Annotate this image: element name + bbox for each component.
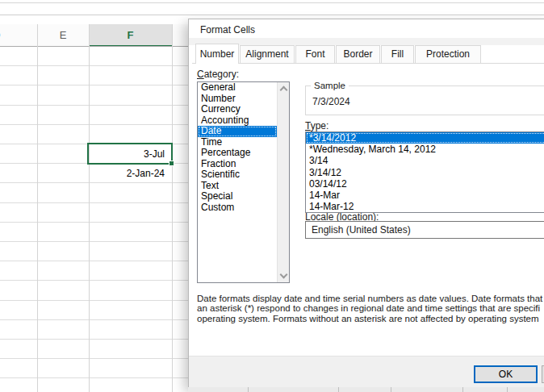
category-item[interactable]: Date [198,126,277,137]
dialog-tab-strip: NumberAlignmentFontBorderFillProtection [195,44,534,64]
category-item[interactable]: Accounting [198,115,277,127]
dialog-tab[interactable]: Protection [415,45,481,63]
category-item[interactable]: Special [198,191,277,202]
category-item[interactable]: Custom [198,202,277,214]
sample-group-label: Sample [311,81,349,90]
grid-column-line [37,24,38,392]
type-item[interactable]: *Wednesday, March 14, 2012 [306,144,544,155]
cell-f-date-value-2[interactable]: 2-Jan-24 [89,164,169,183]
tab-page-border [192,63,544,64]
category-item[interactable]: Text [198,181,277,192]
dialog-bottom-shadow-strip [188,387,544,392]
dialog-tab[interactable]: Fill [381,45,414,63]
ok-button[interactable]: OK [474,365,538,383]
sample-value: 7/3/2024 [312,96,350,107]
type-listbox[interactable]: *3/14/2012*Wednesday, March 14, 20123/14… [305,131,544,213]
excel-screen: { "spreadsheet": { "column_headers": ["D… [0,0,544,392]
dialog-tab[interactable]: Font [295,45,335,63]
scroll-up-icon[interactable] [280,86,288,94]
grid-column-line [172,24,173,392]
description-line: operating system. Formats without an ast… [197,314,544,323]
description-line: Date formats display date and time seria… [197,294,544,303]
sample-group: Sample 7/3/2024 [305,85,544,115]
type-item[interactable]: 3/14/12 [306,167,544,178]
dialog-footer: OK [189,356,544,387]
dialog-tab[interactable]: Border [336,45,380,63]
fill-handle[interactable] [169,161,174,166]
locale-combobox[interactable]: English (United States) [305,221,544,239]
category-scrollbar[interactable] [277,82,289,282]
formula-bar-bottom-divider [0,15,544,15]
category-item[interactable]: Currency [198,104,277,115]
type-item[interactable]: 03/14/12 [306,178,544,190]
dialog-tab[interactable]: Alignment [240,45,295,63]
worksheet-grid[interactable] [0,47,188,392]
type-item[interactable]: 14-Mar [306,190,544,201]
column-header-row: D E F [0,24,188,47]
dialog-tab[interactable]: Number [195,44,239,64]
category-items: GeneralNumberCurrencyAccountingDateTimeP… [198,82,289,213]
type-label: Type: [305,120,328,131]
category-item[interactable]: Fraction [198,159,277,170]
scroll-down-icon[interactable] [280,271,288,279]
category-item[interactable]: Number [198,94,277,105]
format-description: Date formats display date and time seria… [197,294,544,323]
description-line: an asterisk (*) respond to changes in re… [197,303,544,313]
grid-column-line [89,24,90,392]
column-header-d[interactable]: D [0,24,37,47]
type-item[interactable]: *3/14/2012 [306,132,544,144]
active-cell-selection-border[interactable] [87,143,173,165]
category-item[interactable]: Time [198,137,277,148]
category-label: Category: [197,69,239,80]
column-header-f-selected[interactable]: F [89,24,172,47]
dialog-title: Format Cells [200,24,255,35]
category-item[interactable]: Scientific [198,169,277,181]
column-header-e[interactable]: E [37,24,89,47]
format-cells-dialog: Format Cells NumberAlignmentFontBorderFi… [188,19,544,387]
category-item[interactable]: General [198,82,277,94]
type-item[interactable]: 3/14 [306,155,544,166]
category-item[interactable]: Percentage [198,148,277,159]
category-listbox[interactable]: GeneralNumberCurrencyAccountingDateTimeP… [197,81,290,283]
formula-bar-top-divider [0,2,544,3]
